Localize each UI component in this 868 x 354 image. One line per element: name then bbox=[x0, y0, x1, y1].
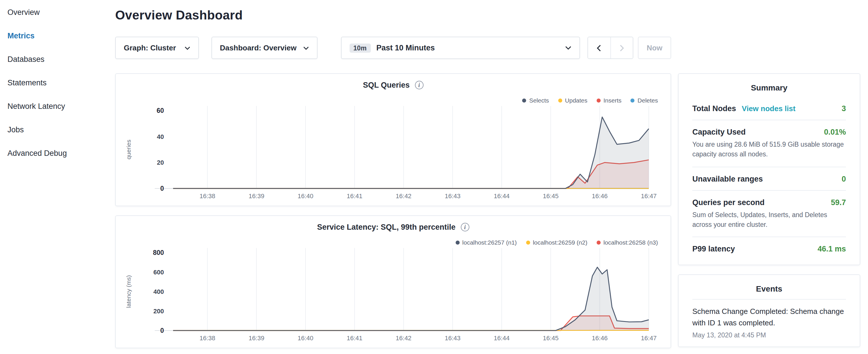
svg-text:16:38: 16:38 bbox=[199, 192, 215, 200]
chart-header: SQL Queries i bbox=[116, 81, 671, 89]
svg-text:60: 60 bbox=[156, 107, 164, 114]
summary-row-queries-per-second: Queries per second 59.7 Sum of Selects, … bbox=[692, 190, 846, 237]
svg-text:16:43: 16:43 bbox=[445, 334, 461, 342]
sidebar-item-advanced-debug[interactable]: Advanced Debug bbox=[7, 148, 112, 159]
legend-item[interactable]: Inserts bbox=[597, 97, 622, 104]
summary-row-p99-latency: P99 latency 46.1 ms bbox=[692, 237, 846, 260]
svg-text:0: 0 bbox=[160, 327, 164, 334]
svg-text:16:41: 16:41 bbox=[347, 192, 363, 200]
svg-text:16:45: 16:45 bbox=[543, 192, 559, 200]
svg-text:16:46: 16:46 bbox=[592, 334, 608, 342]
info-icon[interactable]: i bbox=[415, 81, 424, 89]
summary-title: Summary bbox=[692, 74, 846, 97]
summary-label: Capacity Used bbox=[692, 128, 746, 136]
chart-legend: localhost:26257 (n1)localhost:26259 (n2)… bbox=[455, 239, 658, 246]
svg-text:40: 40 bbox=[157, 133, 164, 140]
svg-text:20: 20 bbox=[157, 159, 164, 166]
svg-text:16:44: 16:44 bbox=[494, 192, 509, 200]
svg-text:600: 600 bbox=[153, 269, 164, 276]
sql-queries-chart[interactable]: 16:3816:3916:4016:4116:4216:4316:4416:45… bbox=[116, 74, 671, 206]
legend-dot-icon bbox=[526, 240, 530, 244]
time-range-label: Past 10 Minutes bbox=[376, 43, 435, 52]
legend-dot-icon bbox=[455, 240, 459, 244]
right-sidebar: Summary Total Nodes View nodes list 3 Ca… bbox=[678, 0, 860, 354]
chevron-down-icon bbox=[303, 46, 309, 50]
graph-dropdown-label: Graph: Cluster bbox=[124, 43, 176, 52]
sidebar-item-databases[interactable]: Databases bbox=[7, 54, 112, 65]
events-title: Events bbox=[692, 275, 846, 299]
svg-text:16:42: 16:42 bbox=[396, 334, 411, 342]
graph-dropdown[interactable]: Graph: Cluster bbox=[115, 37, 198, 59]
chart-card-sql-queries: SQL Queries i SelectsUpdatesInsertsDelet… bbox=[115, 73, 671, 206]
chevron-right-icon bbox=[620, 44, 624, 51]
events-panel: Events Schema Change Completed: Schema c… bbox=[678, 275, 860, 347]
summary-value: 0.01% bbox=[824, 128, 846, 136]
dashboard-dropdown[interactable]: Dashboard: Overview bbox=[211, 37, 317, 59]
summary-label: Unavailable ranges bbox=[692, 174, 763, 183]
legend-dot-icon bbox=[522, 98, 526, 102]
svg-text:200: 200 bbox=[153, 308, 164, 315]
svg-text:16:40: 16:40 bbox=[298, 334, 313, 342]
summary-value: 59.7 bbox=[831, 198, 846, 206]
chart-title: Service Latency: SQL, 99th percentile bbox=[317, 223, 455, 231]
legend-label: Updates bbox=[565, 97, 587, 104]
legend-item[interactable]: Updates bbox=[558, 97, 587, 104]
time-step-forward-button[interactable] bbox=[610, 37, 633, 58]
legend-item[interactable]: Selects bbox=[522, 97, 549, 104]
svg-text:16:40: 16:40 bbox=[298, 192, 313, 200]
summary-value: 0 bbox=[842, 174, 846, 183]
sidebar-item-network-latency[interactable]: Network Latency bbox=[7, 101, 112, 112]
toolbar: Graph: Cluster Dashboard: Overview 10m P… bbox=[115, 37, 671, 59]
svg-text:800: 800 bbox=[153, 249, 164, 256]
time-range-badge: 10m bbox=[349, 43, 371, 53]
sidebar-item-overview[interactable]: Overview bbox=[7, 7, 112, 18]
svg-text:16:47: 16:47 bbox=[641, 192, 656, 200]
svg-text:16:44: 16:44 bbox=[494, 334, 509, 342]
summary-label: Queries per second bbox=[692, 198, 765, 206]
chart-title: SQL Queries bbox=[363, 81, 409, 89]
legend-item[interactable]: Deletes bbox=[631, 97, 658, 104]
time-step-back-button[interactable] bbox=[588, 37, 610, 58]
event-timestamp: May 13, 2020 at 4:45 PM bbox=[692, 332, 846, 342]
page-title: Overview Dashboard bbox=[115, 8, 671, 23]
now-button[interactable]: Now bbox=[638, 37, 671, 59]
summary-panel: Summary Total Nodes View nodes list 3 Ca… bbox=[678, 73, 860, 265]
legend-label: localhost:26257 (n1) bbox=[462, 239, 517, 246]
dashboard-dropdown-label: Dashboard: Overview bbox=[220, 43, 296, 52]
svg-text:16:42: 16:42 bbox=[396, 192, 411, 200]
view-nodes-list-link[interactable]: View nodes list bbox=[742, 104, 796, 113]
time-step-group bbox=[587, 37, 633, 59]
sidebar-item-jobs[interactable]: Jobs bbox=[7, 124, 112, 136]
event-item[interactable]: Schema Change Completed: Schema change w… bbox=[692, 306, 846, 342]
summary-value: 46.1 ms bbox=[817, 245, 846, 253]
info-icon[interactable]: i bbox=[461, 223, 469, 231]
legend-dot-icon bbox=[631, 98, 635, 102]
svg-text:16:38: 16:38 bbox=[199, 334, 215, 342]
chart-header: Service Latency: SQL, 99th percentile i bbox=[116, 223, 671, 231]
legend-item[interactable]: localhost:26259 (n2) bbox=[526, 239, 587, 246]
legend-label: Selects bbox=[529, 97, 549, 104]
legend-item[interactable]: localhost:26258 (n3) bbox=[597, 239, 658, 246]
chart-card-service-latency: Service Latency: SQL, 99th percentile i … bbox=[115, 215, 671, 348]
summary-note: You are using 28.6 MiB of 515.9 GiB usab… bbox=[692, 140, 846, 160]
summary-label: P99 latency bbox=[692, 245, 735, 253]
chevron-down-icon bbox=[184, 46, 190, 50]
summary-label: Total Nodes bbox=[692, 104, 736, 113]
time-range-dropdown[interactable]: 10m Past 10 Minutes bbox=[341, 37, 580, 59]
summary-row-total-nodes: Total Nodes View nodes list 3 bbox=[692, 97, 846, 120]
sidebar-item-metrics[interactable]: Metrics bbox=[7, 30, 112, 42]
sidebar-item-statements[interactable]: Statements bbox=[7, 77, 112, 89]
chevron-down-icon bbox=[565, 46, 571, 50]
svg-text:16:46: 16:46 bbox=[592, 192, 608, 200]
legend-label: Inserts bbox=[603, 97, 622, 104]
svg-text:400: 400 bbox=[153, 288, 164, 295]
svg-text:latency (ms): latency (ms) bbox=[125, 275, 132, 308]
summary-row-capacity-used: Capacity Used 0.01% You are using 28.6 M… bbox=[692, 120, 846, 167]
svg-text:queries: queries bbox=[125, 140, 132, 160]
svg-text:0: 0 bbox=[160, 185, 164, 192]
main-content: Overview Dashboard Graph: Cluster Dashbo… bbox=[115, 0, 671, 354]
svg-text:16:45: 16:45 bbox=[543, 334, 559, 342]
service-latency-chart[interactable]: 16:3816:3916:4016:4116:4216:4316:4416:45… bbox=[116, 216, 671, 348]
chevron-left-icon bbox=[597, 44, 601, 51]
legend-item[interactable]: localhost:26257 (n1) bbox=[455, 239, 517, 246]
